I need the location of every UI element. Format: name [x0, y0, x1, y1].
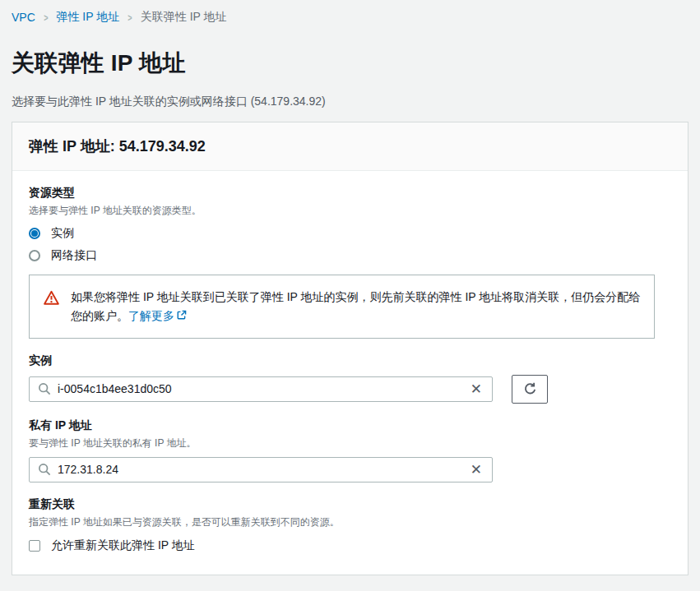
allow-reassociation-label: 允许重新关联此弹性 IP 地址	[51, 538, 195, 553]
clear-input-icon[interactable]: ✕	[469, 463, 484, 477]
panel-title: 弹性 IP 地址: 54.179.34.92	[12, 122, 688, 171]
checkbox-unchecked-icon[interactable]	[29, 540, 40, 552]
private-ip-label: 私有 IP 地址	[29, 418, 671, 433]
page-title: 关联弹性 IP 地址	[12, 48, 688, 79]
search-icon	[38, 382, 51, 395]
radio-selected-icon[interactable]	[29, 228, 40, 239]
radio-option-label: 实例	[51, 226, 74, 241]
resource-type-section: 资源类型 选择要与弹性 IP 地址关联的资源类型。 实例 网络接口	[29, 186, 671, 263]
resource-type-radio-group: 实例 网络接口	[29, 226, 671, 263]
radio-option-label: 网络接口	[51, 248, 97, 263]
learn-more-label: 了解更多	[128, 309, 174, 322]
page-subtitle: 选择要与此弹性 IP 地址关联的实例或网络接口 (54.179.34.92)	[12, 95, 688, 109]
breadcrumb-link-vpc[interactable]: VPC	[12, 11, 35, 24]
instance-section: 实例 i-0054c1b4ee31d0c50 ✕	[29, 353, 671, 404]
breadcrumb-current: 关联弹性 IP 地址	[141, 10, 227, 25]
private-ip-description: 要与弹性 IP 地址关联的私有 IP 地址。	[29, 436, 671, 450]
search-icon	[38, 463, 51, 476]
learn-more-link[interactable]: 了解更多	[128, 309, 187, 322]
panel-body: 资源类型 选择要与弹性 IP 地址关联的资源类型。 实例 网络接口	[12, 171, 688, 575]
instance-label: 实例	[29, 353, 671, 368]
reassociation-section: 重新关联 指定弹性 IP 地址如果已与资源关联，是否可以重新关联到不同的资源。 …	[29, 497, 671, 553]
radio-option-instance[interactable]: 实例	[29, 226, 671, 241]
breadcrumb-link-elastic-ips[interactable]: 弹性 IP 地址	[56, 10, 119, 25]
clear-input-icon[interactable]: ✕	[469, 382, 484, 396]
instance-search-input[interactable]: i-0054c1b4ee31d0c50 ✕	[29, 376, 493, 402]
reassociation-description: 指定弹性 IP 地址如果已与资源关联，是否可以重新关联到不同的资源。	[29, 515, 671, 529]
radio-unselected-icon[interactable]	[29, 250, 40, 261]
chevron-right-icon: >	[44, 12, 48, 24]
warning-triangle-icon	[43, 289, 60, 326]
private-ip-input-value[interactable]: 172.31.8.24	[58, 463, 462, 476]
reassociation-label: 重新关联	[29, 497, 671, 512]
allow-reassociation-checkbox-row[interactable]: 允许重新关联此弹性 IP 地址	[29, 538, 671, 553]
private-ip-section: 私有 IP 地址 要与弹性 IP 地址关联的私有 IP 地址。 172.31.8…	[29, 418, 671, 482]
refresh-button[interactable]	[512, 375, 548, 404]
breadcrumb: VPC > 弹性 IP 地址 > 关联弹性 IP 地址	[12, 8, 688, 26]
radio-option-network-interface[interactable]: 网络接口	[29, 248, 671, 263]
warning-text: 如果您将弹性 IP 地址关联到已关联了弹性 IP 地址的实例，则先前关联的弹性 …	[71, 288, 641, 326]
associate-eip-panel: 弹性 IP 地址: 54.179.34.92 资源类型 选择要与弹性 IP 地址…	[12, 122, 688, 575]
resource-type-description: 选择要与弹性 IP 地址关联的资源类型。	[29, 204, 671, 218]
page: VPC > 弹性 IP 地址 > 关联弹性 IP 地址 关联弹性 IP 地址 选…	[0, 0, 700, 591]
resource-type-label: 资源类型	[29, 186, 671, 201]
private-ip-search-input[interactable]: 172.31.8.24 ✕	[29, 457, 493, 482]
chevron-right-icon: >	[127, 12, 132, 24]
refresh-icon	[522, 381, 538, 397]
instance-input-value[interactable]: i-0054c1b4ee31d0c50	[58, 382, 462, 395]
private-ip-input-row: 172.31.8.24 ✕	[29, 457, 671, 482]
warning-box: 如果您将弹性 IP 地址关联到已关联了弹性 IP 地址的实例，则先前关联的弹性 …	[29, 275, 655, 339]
external-link-icon	[176, 310, 187, 321]
instance-input-row: i-0054c1b4ee31d0c50 ✕	[29, 375, 671, 404]
